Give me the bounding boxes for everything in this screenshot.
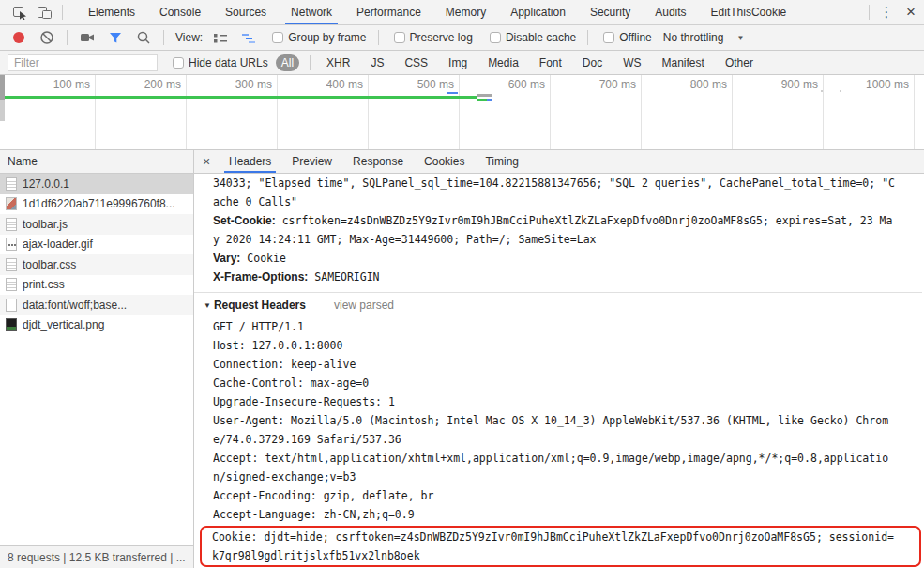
filter-type-doc[interactable]: Doc (577, 54, 608, 71)
filter-type-xhr[interactable]: XHR (321, 54, 356, 71)
chevron-down-icon[interactable]: ▼ (736, 34, 744, 42)
tab-audits[interactable]: Audits (643, 0, 698, 24)
image-icon (6, 197, 17, 210)
close-detail-icon[interactable]: × (194, 154, 219, 169)
offline-checkbox[interactable] (603, 32, 614, 43)
request-row[interactable]: data:font/woff;base... (0, 295, 193, 315)
request-row[interactable]: print.css (0, 275, 193, 296)
funnel-icon (108, 31, 123, 45)
request-row[interactable]: ajax-loader.gif (0, 235, 193, 255)
overview-toggle-icon[interactable] (241, 31, 256, 45)
filter-input[interactable] (8, 54, 158, 71)
divider (869, 5, 870, 20)
timeline-grid: 100 ms 200 ms 300 ms 400 ms 500 ms 600 m… (5, 75, 924, 149)
request-rows: 127.0.0.1 1d1df6220ab711e9996760f8... to… (0, 174, 193, 335)
filter-type-font[interactable]: Font (534, 54, 568, 71)
filter-type-ws[interactable]: WS (617, 54, 646, 71)
request-row[interactable]: 1d1df6220ab711e9996760f8... (0, 194, 193, 215)
request-detail-pane: × Headers Preview Response Cookies Timin… (194, 150, 924, 568)
screenshot-capture-icon[interactable] (80, 30, 95, 45)
detail-tab-preview[interactable]: Preview (281, 150, 342, 173)
tab-elements[interactable]: Elements (76, 0, 147, 24)
request-header-line: Host: 127.0.0.1:8000 (213, 336, 922, 355)
status-bar: 8 requests | 12.5 KB transferred | ... (0, 545, 193, 568)
header-name: Vary: (213, 252, 240, 265)
tab-console[interactable]: Console (147, 0, 213, 24)
divider (587, 30, 588, 45)
triangle-down-icon: ▼ (204, 301, 211, 310)
overview-dot (840, 90, 841, 92)
throttling-select[interactable]: No throttling (663, 31, 724, 44)
request-row[interactable]: 127.0.0.1 (0, 174, 193, 194)
request-header-line: Accept-Encoding: gzip, deflate, br (213, 486, 922, 505)
tab-editthiscookie[interactable]: EditThisCookie (699, 0, 799, 24)
request-headers-section-header[interactable]: ▼ Request Headers view parsed (204, 293, 922, 317)
detail-tab-headers[interactable]: Headers (219, 150, 281, 173)
request-name: print.css (23, 278, 65, 291)
request-row[interactable]: djdt_vertical.png (0, 315, 193, 336)
request-summary: 8 requests | 12.5 KB transferred | ... (8, 551, 186, 564)
large-rows-toggle-icon[interactable] (213, 31, 228, 45)
divider (163, 30, 164, 45)
filter-icon[interactable] (108, 31, 123, 45)
clear-icon[interactable] (39, 30, 54, 45)
device-toolbar-icon[interactable] (32, 0, 56, 24)
disable-cache-checkbox[interactable] (490, 32, 501, 43)
group-by-frame-checkbox[interactable] (272, 32, 283, 43)
detail-tab-response[interactable]: Response (342, 150, 414, 173)
script-icon (6, 218, 17, 231)
section-title: Request Headers (214, 299, 306, 312)
detail-tab-timing[interactable]: Timing (475, 150, 529, 173)
request-header-line: Accept-Language: zh-CN,zh;q=0.9 (213, 505, 922, 524)
detail-tab-cookies[interactable]: Cookies (414, 150, 475, 173)
filter-type-img[interactable]: Img (443, 54, 473, 71)
hide-data-urls-label: Hide data URLs (189, 56, 268, 69)
scrollbar-track (0, 100, 5, 121)
request-row[interactable]: toolbar.css (0, 254, 193, 275)
filter-type-js[interactable]: JS (365, 54, 389, 71)
image-icon (6, 318, 17, 331)
name-column-header[interactable]: Name (0, 150, 193, 174)
request-name: toolbar.css (23, 258, 76, 271)
hide-data-urls-checkbox[interactable] (173, 57, 184, 69)
time-label: 300 ms (187, 75, 278, 149)
filter-type-media[interactable]: Media (482, 54, 524, 71)
search-icon[interactable] (136, 30, 151, 45)
image-icon (6, 238, 17, 251)
tab-application[interactable]: Application (498, 0, 578, 24)
response-header-overflow: 34033; "Elapsed time", SQLPanel_sql_time… (213, 174, 922, 192)
cookie-highlight-box: Cookie: djdt=hide; csrftoken=z4sDnWBZDz5… (200, 526, 921, 567)
response-header-set-cookie-wrap: y 2020 14:24:11 GMT; Max-Age=31449600; P… (213, 230, 922, 249)
header-value: csrftoken=z4sDnWBZDz5Y9zIvr0mI9hJBmCciPu… (282, 214, 893, 227)
response-header-vary: Vary: Cookie (213, 249, 922, 268)
inspect-cursor-icon (12, 5, 27, 20)
tab-sources[interactable]: Sources (213, 0, 279, 24)
preserve-log-checkbox[interactable] (394, 32, 405, 43)
document-icon (6, 177, 17, 191)
tabbar-controls: ⋮ × (863, 3, 924, 22)
divider (378, 30, 379, 45)
disable-cache-label: Disable cache (506, 31, 576, 44)
request-header-line: e/74.0.3729.169 Safari/537.36 (213, 430, 922, 449)
filter-type-other[interactable]: Other (720, 54, 759, 71)
filter-type-manifest[interactable]: Manifest (657, 54, 710, 71)
tab-security[interactable]: Security (578, 0, 643, 24)
request-name: djdt_vertical.png (23, 318, 104, 331)
record-icon[interactable] (13, 32, 24, 43)
more-options-icon[interactable]: ⋮ (875, 4, 898, 21)
close-devtools-icon[interactable]: × (898, 3, 924, 22)
view-parsed-link[interactable]: view parsed (334, 299, 394, 312)
inspect-element-icon[interactable] (8, 0, 32, 24)
divider (67, 30, 68, 45)
filter-type-all[interactable]: All (276, 54, 299, 71)
tab-performance[interactable]: Performance (344, 0, 433, 24)
stylesheet-icon (6, 258, 17, 271)
divider (310, 55, 311, 70)
request-row[interactable]: toolbar.js (0, 214, 193, 235)
headers-content: 34033; "Elapsed time", SQLPanel_sql_time… (194, 174, 924, 568)
request-header-line: Upgrade-Insecure-Requests: 1 (213, 392, 922, 411)
tab-network[interactable]: Network (279, 0, 344, 24)
stylesheet-icon (6, 278, 17, 291)
filter-type-css[interactable]: CSS (399, 54, 433, 71)
tab-memory[interactable]: Memory (433, 0, 498, 24)
